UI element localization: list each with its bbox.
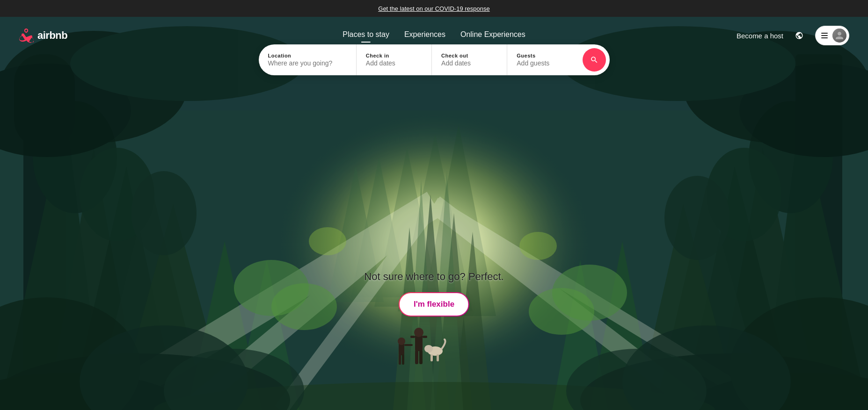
hamburger-icon — [821, 33, 828, 38]
svg-rect-66 — [430, 354, 433, 361]
search-bar: Location Where are you going? Check in A… — [259, 44, 610, 75]
search-icon — [590, 56, 598, 64]
svg-rect-61 — [399, 354, 401, 365]
svg-point-75 — [271, 283, 337, 330]
avatar-image — [832, 29, 846, 43]
hero-center-content: Not sure where to go? Perfect. I'm flexi… — [364, 271, 503, 316]
nav-center: Places to stay Experiences Online Experi… — [343, 30, 525, 41]
tab-experiences[interactable]: Experiences — [404, 30, 445, 41]
check-out-value: Add dates — [441, 59, 497, 67]
nav-right: Become a host — [737, 26, 849, 45]
search-bar-container: Location Where are you going? Check in A… — [259, 44, 610, 75]
check-out-label: Check out — [441, 53, 497, 58]
hero-tagline: Not sure where to go? Perfect. — [364, 271, 503, 283]
svg-point-65 — [424, 345, 433, 352]
svg-rect-63 — [404, 344, 413, 346]
logo[interactable]: airbnb — [19, 28, 67, 43]
svg-rect-62 — [402, 354, 404, 365]
top-banner: Get the latest on our COVID-19 response — [0, 0, 868, 17]
become-host-link[interactable]: Become a host — [737, 32, 783, 40]
check-in-label: Check in — [366, 53, 422, 58]
svg-point-28 — [664, 176, 730, 260]
location-value: Where are you going? — [268, 59, 347, 67]
svg-point-77 — [529, 288, 594, 335]
svg-rect-55 — [415, 350, 418, 364]
guests-label: Guests — [517, 53, 573, 58]
search-button[interactable] — [583, 48, 606, 72]
logo-text: airbnb — [37, 29, 67, 42]
svg-point-60 — [398, 338, 405, 345]
check-in-field[interactable]: Check in Add dates — [357, 44, 432, 75]
location-field[interactable]: Location Where are you going? — [259, 44, 357, 75]
svg-rect-67 — [437, 354, 439, 361]
svg-point-54 — [414, 328, 423, 337]
svg-point-78 — [309, 227, 346, 255]
svg-rect-53 — [415, 335, 423, 351]
location-label: Location — [268, 53, 347, 58]
check-in-value: Add dates — [366, 59, 422, 67]
language-globe-button[interactable] — [791, 27, 808, 44]
nav-tabs: Places to stay Experiences Online Experi… — [343, 30, 525, 41]
svg-point-79 — [519, 232, 557, 260]
svg-point-17 — [131, 171, 197, 255]
check-out-field[interactable]: Check out Add dates — [432, 44, 507, 75]
svg-rect-57 — [410, 336, 415, 338]
guests-value: Add guests — [517, 59, 573, 67]
svg-rect-58 — [423, 336, 427, 338]
tab-places-to-stay[interactable]: Places to stay — [343, 30, 389, 41]
tab-online-experiences[interactable]: Online Experiences — [460, 30, 525, 41]
avatar — [832, 29, 846, 43]
svg-rect-56 — [419, 350, 423, 364]
covid-link[interactable]: Get the latest on our COVID-19 response — [378, 5, 489, 12]
flexible-button[interactable]: I'm flexible — [399, 292, 469, 316]
airbnb-logo-icon — [19, 28, 34, 43]
globe-icon — [795, 31, 803, 40]
hero-section — [0, 17, 868, 410]
guests-field[interactable]: Guests Add guests — [507, 44, 582, 75]
user-menu-button[interactable] — [815, 26, 849, 45]
